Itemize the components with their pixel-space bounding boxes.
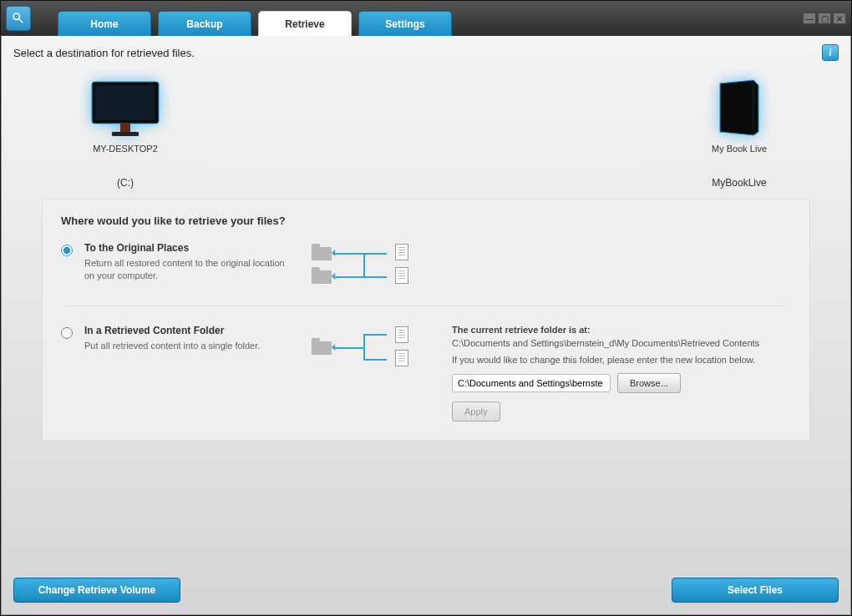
folder-controls: Browse... (452, 373, 791, 393)
remote-device[interactable]: My Book Live MyBookLive (712, 78, 767, 189)
local-device-volume: (C:) (85, 177, 165, 189)
bottom-bar: Change Retrieve Volume Select Files (2, 569, 850, 614)
main-tabs: Home Backup Retrieve Settings (58, 1, 452, 36)
folder-path-input[interactable] (452, 374, 611, 392)
tab-backup[interactable]: Backup (158, 11, 251, 36)
tab-retrieve[interactable]: Retrieve (258, 11, 352, 36)
maximize-icon[interactable]: ▢ (818, 13, 831, 24)
local-device-label: MY-DESKTOP2 (85, 144, 165, 154)
svg-rect-3 (120, 124, 130, 132)
browse-button[interactable]: Browse... (617, 373, 681, 393)
current-folder-path: C:\Documents and Settings\bernstein_d\My… (452, 338, 791, 348)
tab-home[interactable]: Home (58, 11, 151, 36)
change-retrieve-volume-button[interactable]: Change Retrieve Volume (13, 578, 180, 603)
option-title: In a Retrieved Content Folder (84, 325, 293, 336)
change-folder-note: If you would like to change this folder,… (452, 355, 791, 365)
drive-icon (715, 78, 763, 139)
transfer-arrow-icon (210, 166, 642, 178)
svg-rect-4 (112, 132, 139, 136)
option-text: In a Retrieved Content Folder Put all re… (84, 325, 293, 352)
option-retrieved-folder[interactable]: In a Retrieved Content Folder Put all re… (61, 325, 791, 422)
help-icon[interactable]: i (822, 44, 839, 61)
svg-rect-2 (95, 85, 155, 120)
local-device[interactable]: MY-DESKTOP2 (C:) (85, 78, 165, 189)
divider (66, 305, 786, 306)
option-desc: Put all retrieved content into a single … (84, 340, 293, 352)
instruction-text: Select a destination for retrieved files… (13, 47, 195, 59)
option-desc: Return all restored content to the origi… (84, 257, 293, 283)
titlebar: Home Backup Retrieve Settings — ▢ ✕ (1, 1, 851, 36)
workspace: Select a destination for retrieved files… (1, 36, 851, 615)
current-folder-label: The current retrieve folder is at: (452, 325, 791, 335)
diagram-two-folders-icon (312, 242, 429, 287)
app-logo-icon (6, 6, 31, 31)
instruction-bar: Select a destination for retrieved files… (2, 36, 850, 70)
options-panel: Where would you like to retrieve your fi… (42, 199, 810, 441)
panel-title: Where would you like to retrieve your fi… (61, 215, 791, 227)
option-original-places[interactable]: To the Original Places Return all restor… (61, 242, 791, 287)
monitor-icon (85, 78, 165, 139)
folder-config: The current retrieve folder is at: C:\Do… (452, 325, 791, 422)
apply-button[interactable]: Apply (452, 401, 500, 422)
radio-folder[interactable] (61, 327, 73, 339)
svg-point-0 (13, 13, 20, 20)
close-icon[interactable]: ✕ (833, 13, 846, 24)
select-files-button[interactable]: Select Files (672, 578, 839, 603)
minimize-icon[interactable]: — (803, 13, 816, 24)
tab-settings[interactable]: Settings (358, 11, 452, 36)
app-window: Home Backup Retrieve Settings — ▢ ✕ Sele… (0, 0, 852, 616)
option-title: To the Original Places (84, 242, 293, 254)
radio-original[interactable] (61, 245, 73, 256)
window-controls: — ▢ ✕ (803, 13, 846, 24)
remote-device-label: My Book Live (712, 144, 767, 154)
option-text: To the Original Places Return all restor… (84, 242, 293, 283)
remote-device-volume: MyBookLive (712, 177, 767, 189)
diagram-single-folder-icon (312, 325, 429, 370)
